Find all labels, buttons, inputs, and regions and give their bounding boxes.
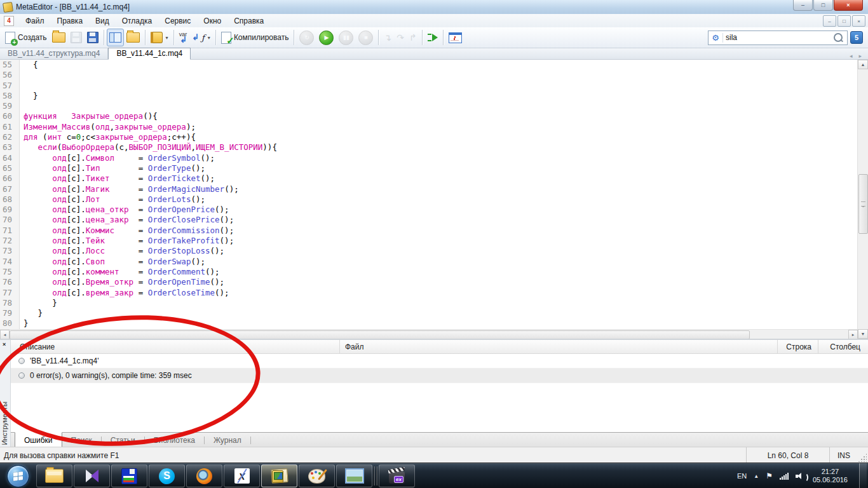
- code-line[interactable]: 57: [0, 81, 858, 91]
- scroll-left-arrow[interactable]: ◂: [0, 330, 10, 339]
- search-magnifier-icon[interactable]: [834, 33, 843, 42]
- tab-errors[interactable]: Ошибки: [15, 432, 62, 448]
- language-indicator[interactable]: EN: [737, 472, 747, 480]
- code-line[interactable]: 61Изменим_Массив(олд,закрытые_ордера);: [0, 122, 858, 132]
- menu-help[interactable]: Справка: [227, 15, 270, 27]
- taskbar-skype-button[interactable]: S: [149, 464, 185, 487]
- code-line[interactable]: 59: [0, 101, 858, 111]
- taskbar-explorer-button[interactable]: [36, 464, 72, 487]
- volume-icon[interactable]: [796, 472, 806, 480]
- continue-button[interactable]: [425, 29, 440, 46]
- tab-scroll-left-icon[interactable]: ◂: [850, 53, 853, 59]
- code-line[interactable]: 65 олд[c].Тип = OrderType();: [0, 163, 858, 173]
- code-line[interactable]: 63 если(ВыборОрдера(c,ВЫБОР_ПОЗИЦИЙ,ИЩЕМ…: [0, 142, 858, 152]
- tab-search[interactable]: Поиск: [62, 433, 101, 448]
- horizontal-scroll-thumb[interactable]: [10, 330, 750, 339]
- code-line[interactable]: 69 олд[c].цена_откр = OrderOpenPrice();: [0, 205, 858, 215]
- code-line[interactable]: 80}: [0, 318, 858, 329]
- scroll-down-arrow[interactable]: ▼: [858, 329, 868, 339]
- debug-pause-button[interactable]: ▮▮: [336, 29, 356, 46]
- code-line[interactable]: 79 }: [0, 308, 858, 318]
- tray-expand-icon[interactable]: ▲: [754, 473, 759, 479]
- search-input[interactable]: [723, 33, 832, 42]
- code-line[interactable]: 70 олд[c].цена_закр = OrderClosePrice();: [0, 215, 858, 225]
- vertical-scroll-thumb[interactable]: [858, 174, 868, 234]
- menu-debug[interactable]: Отладка: [116, 15, 158, 27]
- taskbar-kmplayer-button[interactable]: [74, 464, 110, 487]
- code-line[interactable]: 68 олд[c].Лот = OrderLots();: [0, 194, 858, 205]
- toolbox-toggle-button[interactable]: [124, 29, 142, 46]
- new-file-button[interactable]: + Создать: [3, 29, 50, 46]
- taskbar-firefox-button[interactable]: [186, 464, 222, 487]
- mdi-close-button[interactable]: ×: [852, 15, 865, 27]
- tab-scroll-right-icon[interactable]: ▸: [858, 53, 862, 59]
- resize-grip[interactable]: [858, 453, 867, 462]
- code-line[interactable]: 62для (инт c=0;c<закрытые_ордера;c++){: [0, 132, 858, 142]
- code-line[interactable]: 66 олд[c].Тикет = OrderTicket();: [0, 173, 858, 184]
- open-terminal-button[interactable]: [446, 29, 465, 46]
- save-button[interactable]: [68, 29, 85, 46]
- code-line[interactable]: 58 }: [0, 91, 858, 101]
- close-button[interactable]: ×: [834, 0, 863, 11]
- restore-button[interactable]: □: [813, 0, 833, 11]
- compile-result-row[interactable]: 0 error(s), 0 warning(s), compile time: …: [11, 369, 868, 383]
- mql5-community-button[interactable]: 5: [850, 31, 863, 44]
- scroll-up-arrow[interactable]: ▲: [858, 60, 868, 69]
- taskbar-photo-viewer-button[interactable]: [336, 464, 372, 487]
- code-editor[interactable]: 55 {565758 }5960функция Закрытые_ордера(…: [0, 60, 858, 329]
- code-line[interactable]: 55 {: [0, 60, 858, 70]
- taskbar-paint-button[interactable]: [299, 464, 335, 487]
- code-line[interactable]: 77 олд[c].время_закр = OrderCloseTime();: [0, 288, 858, 298]
- taskbar-floppy-app-button[interactable]: [111, 464, 147, 487]
- debug-start-button[interactable]: ▶: [316, 29, 336, 46]
- step-out-button[interactable]: ↱: [407, 29, 419, 46]
- code-line[interactable]: 76 олд[c].Время_откр = OrderOpenTime();: [0, 277, 858, 287]
- minimize-button[interactable]: –: [793, 0, 813, 11]
- debug-restart-button[interactable]: ↻: [297, 29, 316, 46]
- goto-function-button[interactable]: ↲ ƒ ▾: [189, 29, 213, 46]
- menu-edit[interactable]: Правка: [51, 15, 90, 27]
- tab-journal[interactable]: Журнал: [205, 433, 250, 448]
- taskbar-proshow-button[interactable]: ex: [379, 464, 415, 487]
- code-line[interactable]: 75 олд[c].коммент = OrderComment();: [0, 267, 858, 277]
- editor-horizontal-scrollbar[interactable]: ◂ ▸: [0, 329, 858, 339]
- code-line[interactable]: 73 олд[c].Лосс = OrderStopLoss();: [0, 246, 858, 256]
- mdi-restore-button[interactable]: □: [837, 15, 851, 27]
- compile-button[interactable]: ✓ Компилировать: [219, 29, 292, 46]
- code-line[interactable]: 72 олд[c].Тейк = OrderTakeProfit();: [0, 236, 858, 246]
- action-center-icon[interactable]: ⚑: [766, 471, 773, 480]
- taskbar-x-app-button[interactable]: X: [224, 464, 260, 487]
- code-line[interactable]: 71 олд[c].Коммис = OrderCommission();: [0, 226, 858, 236]
- menu-window[interactable]: Окно: [197, 15, 227, 27]
- editor-vertical-scrollbar[interactable]: ▲ ▼: [857, 60, 868, 339]
- step-over-button[interactable]: ↷: [394, 29, 407, 46]
- tab-bb-1c[interactable]: BB_v11.44_1c.mq4: [108, 48, 191, 60]
- panel-close-icon[interactable]: ×: [3, 341, 6, 348]
- search-settings-gear-icon[interactable]: ⚙: [709, 33, 723, 43]
- code-line[interactable]: 67 олд[c].Магик = OrderMagicNumber();: [0, 184, 858, 194]
- taskbar-clock[interactable]: 21:27 05.06.2016: [813, 468, 848, 484]
- goto-variable-button[interactable]: var ↲: [177, 29, 190, 46]
- compile-result-row[interactable]: 'BB_v11.44_1c.mq4': [11, 354, 868, 369]
- menu-view[interactable]: Вид: [89, 15, 116, 27]
- network-signal-icon[interactable]: [780, 472, 789, 480]
- code-line[interactable]: 56: [0, 70, 858, 80]
- styler-button[interactable]: ▾: [148, 29, 171, 46]
- scroll-right-arrow[interactable]: ▸: [848, 330, 858, 339]
- taskbar-metaeditor-button[interactable]: [261, 464, 297, 487]
- navigator-toggle-button[interactable]: [107, 29, 124, 46]
- menu-file[interactable]: Файл: [19, 15, 51, 27]
- show-desktop-button[interactable]: [859, 463, 867, 488]
- tab-articles[interactable]: Статьи: [102, 433, 144, 448]
- save-all-button[interactable]: [85, 29, 101, 46]
- code-line[interactable]: 64 олд[c].Символ = OrderSymbol();: [0, 153, 858, 163]
- step-into-button[interactable]: ↴: [381, 29, 394, 46]
- code-line[interactable]: 78 }: [0, 298, 858, 308]
- mdi-minimize-button[interactable]: –: [823, 15, 836, 27]
- start-button[interactable]: [0, 463, 36, 488]
- code-line[interactable]: 60функция Закрытые_ордера(){: [0, 111, 858, 121]
- tab-bb-structure[interactable]: BB_v11.44_структура.mq4: [0, 48, 108, 59]
- open-file-button[interactable]: [50, 29, 68, 46]
- menu-tools[interactable]: Сервис: [158, 15, 197, 27]
- debug-stop-button[interactable]: ■: [356, 29, 376, 46]
